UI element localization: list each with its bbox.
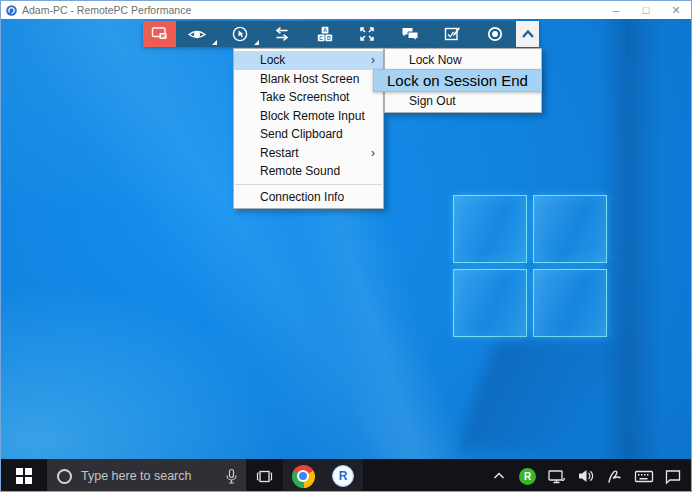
menu-item-label: Lock [260,53,285,67]
fullscreen-button[interactable] [346,21,389,47]
menu-item-label: Block Remote Input [260,109,365,123]
system-tray: R [484,459,691,492]
minimize-button[interactable]: – [601,1,631,19]
remotepc-tray-button[interactable]: R [513,459,542,492]
chat-bubbles-icon [400,25,420,43]
submenu-item-label: Sign Out [409,94,456,108]
pen-tray-button[interactable] [600,459,629,492]
windows-logo-shadow [456,341,691,451]
performance-button[interactable] [219,21,262,47]
window-title: Adam-PC - RemotePC Performance [22,4,191,16]
network-icon [547,468,566,485]
title-bar: Adam-PC - RemotePC Performance – □ ✕ [1,1,691,19]
session-context-menu: Lock › Blank Host Screen Take Screenshot… [233,48,384,209]
menu-item-send-clipboard[interactable]: Send Clipboard [234,125,383,144]
chevron-up-icon [519,27,537,41]
submenu-item-label: Lock on Session End [387,72,528,89]
windows-start-icon [16,468,32,484]
speed-cursor-icon [231,25,249,43]
session-toolbar: A C D [143,21,539,47]
menu-item-remote-sound[interactable]: Remote Sound [234,162,383,181]
menu-item-label: Blank Host Screen [260,72,359,86]
window-controls: – □ ✕ [601,1,691,19]
whiteboard-pen-icon [443,25,461,43]
windows-logo-pane [533,269,607,337]
search-placeholder: Type here to search [81,469,225,483]
file-transfer-button[interactable] [261,21,304,47]
volume-tray-button[interactable] [571,459,600,492]
windows-taskbar: Type here to search R [1,459,691,492]
windows-logo-pane [533,195,607,263]
windows-logo-pane [453,269,527,337]
svg-text:D: D [327,35,331,41]
submenu-arrow-icon: › [371,146,375,160]
remote-desktop-wallpaper: A C D [1,19,691,459]
microphone-icon[interactable] [225,468,238,485]
taskbar-chrome-button[interactable] [283,459,323,492]
pen-icon [606,468,623,485]
menu-item-take-screenshot[interactable]: Take Screenshot [234,88,383,107]
remote-session-window: Adam-PC - RemotePC Performance – □ ✕ [0,0,692,492]
action-center-button[interactable] [658,459,687,492]
submenu-item-lock-now[interactable]: Lock Now [385,51,541,69]
task-view-icon [255,468,274,485]
remotepc-taskbar-icon: R [332,465,354,487]
view-options-button[interactable] [176,21,219,47]
cortana-icon [57,469,72,484]
maximize-button[interactable]: □ [631,1,661,19]
remotepc-tray-icon: R [519,468,536,485]
action-center-icon [664,468,682,485]
touch-keyboard-icon [634,469,654,484]
disconnect-button[interactable] [143,21,176,47]
eye-icon [187,26,207,43]
expand-arrows-icon [358,25,376,43]
network-tray-button[interactable] [542,459,571,492]
submenu-arrow-icon: › [371,53,375,67]
menu-item-block-remote-input[interactable]: Block Remote Input [234,107,383,126]
taskbar-remotepc-button[interactable]: R [323,459,363,492]
svg-text:A: A [323,27,327,33]
submenu-item-lock-on-session-end[interactable]: Lock on Session End [373,69,542,92]
abc-blocks-icon: A C D [316,25,334,43]
remotepc-app-icon [6,5,17,16]
keyboard-layout-button[interactable]: A C D [304,21,347,47]
menu-item-label: Send Clipboard [260,127,343,141]
windows-logo-pane [453,195,527,263]
chrome-icon [292,465,315,488]
record-button[interactable] [474,21,517,47]
menu-item-label: Take Screenshot [260,90,349,104]
menu-item-label: Connection Info [260,190,344,204]
close-button[interactable]: ✕ [661,1,691,19]
transfer-arrows-icon [273,25,291,43]
svg-text:C: C [319,35,323,41]
menu-item-restart[interactable]: Restart › [234,144,383,163]
lock-submenu: Lock Now Lock on Session End Sign Out [384,48,542,113]
chevron-up-icon [492,470,506,482]
submenu-item-sign-out[interactable]: Sign Out [385,92,541,110]
start-button[interactable] [1,459,47,492]
task-view-button[interactable] [246,459,283,492]
menu-item-label: Remote Sound [260,164,340,178]
hidden-icons-button[interactable] [484,459,513,492]
menu-item-connection-info[interactable]: Connection Info [234,188,383,207]
taskbar-search-input[interactable]: Type here to search [47,459,246,492]
menu-item-blank-host-screen[interactable]: Blank Host Screen [234,70,383,89]
disconnect-icon [150,25,169,43]
collapse-toolbar-button[interactable] [516,21,539,47]
record-icon [486,25,504,43]
whiteboard-button[interactable] [431,21,474,47]
touch-keyboard-tray-button[interactable] [629,459,658,492]
menu-item-lock[interactable]: Lock › [234,51,383,70]
chat-button[interactable] [389,21,432,47]
windows-logo [453,195,607,337]
menu-item-label: Restart [260,146,299,160]
submenu-item-label: Lock Now [409,53,462,67]
menu-separator [235,184,382,185]
volume-icon [577,468,595,484]
